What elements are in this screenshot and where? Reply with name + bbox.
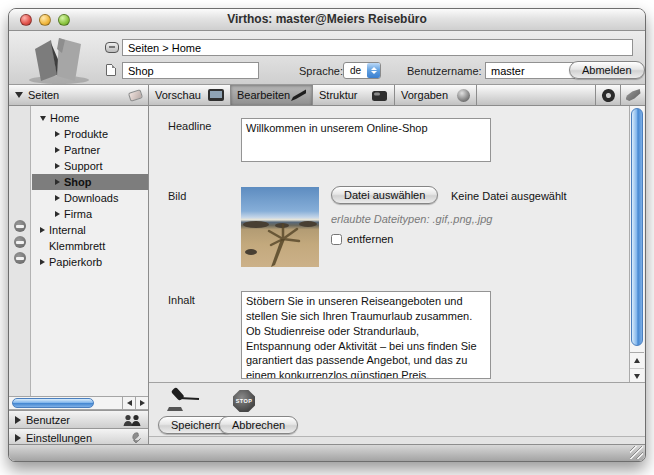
headline-label: Headline bbox=[168, 120, 211, 132]
brush-icon bbox=[290, 88, 306, 102]
tabbar-spacer bbox=[477, 85, 595, 105]
package-icon bbox=[371, 89, 388, 102]
disclosure-triangle-icon[interactable] bbox=[55, 179, 60, 185]
page-icon bbox=[106, 64, 116, 76]
palm-shadow bbox=[241, 187, 319, 267]
disclosure-triangle-icon bbox=[15, 92, 23, 98]
ring-icon bbox=[600, 87, 616, 103]
sidebar: Home Produkte Partner Support Shop bbox=[9, 106, 149, 446]
tree-item-partner[interactable]: Partner bbox=[32, 142, 148, 158]
language-select[interactable]: de bbox=[343, 62, 381, 79]
username-label: Benutzername: bbox=[407, 65, 482, 77]
no-access-icon bbox=[14, 236, 26, 248]
disclosure-triangle-icon[interactable] bbox=[40, 227, 45, 233]
scroll-right-button[interactable] bbox=[135, 397, 148, 409]
content-label: Inhalt bbox=[168, 294, 195, 306]
language-label: Sprache: bbox=[299, 65, 343, 77]
tree-item-downloads[interactable]: Downloads bbox=[32, 190, 148, 206]
titlebar: Virthos: master@Meiers Reisebüro bbox=[9, 9, 645, 31]
content-vertical-scrollbar[interactable] bbox=[629, 106, 644, 382]
scroll-down-button[interactable] bbox=[630, 368, 644, 383]
disclosure-triangle-icon[interactable] bbox=[40, 116, 46, 121]
sidebar-gutter bbox=[9, 106, 31, 396]
stop-icon: STOP bbox=[233, 390, 255, 412]
remove-checkbox[interactable] bbox=[331, 234, 342, 245]
edit-form: Headline Willkommen in unserem Online-Sh… bbox=[149, 106, 645, 382]
disclosure-triangle-icon[interactable] bbox=[55, 163, 60, 169]
eraser-icon[interactable] bbox=[128, 89, 143, 102]
close-button[interactable] bbox=[20, 14, 32, 26]
minimize-button[interactable] bbox=[39, 14, 51, 26]
tab-vorgaben[interactable]: Vorgaben bbox=[395, 85, 477, 105]
tab-vorschau[interactable]: Vorschau bbox=[149, 85, 231, 105]
headline-field[interactable]: Willkommen in unserem Online-Shop bbox=[241, 118, 491, 162]
sidebar-horizontal-scrollbar[interactable] bbox=[9, 396, 148, 410]
page-name-field[interactable] bbox=[122, 62, 259, 79]
image-label: Bild bbox=[168, 190, 186, 202]
window-title: Virthos: master@Meiers Reisebüro bbox=[9, 9, 645, 30]
zoom-button[interactable] bbox=[58, 14, 70, 26]
folder-icon bbox=[105, 42, 119, 53]
tab-struktur[interactable]: Struktur bbox=[313, 85, 395, 105]
tree-item-firma[interactable]: Firma bbox=[32, 206, 148, 222]
file-status-text: Keine Datei ausgewählt bbox=[451, 190, 567, 202]
header: Sprache: de Benutzername: Abmelden bbox=[9, 31, 645, 85]
disclosure-triangle-icon[interactable] bbox=[55, 131, 60, 137]
panel-benutzer[interactable]: Benutzer bbox=[9, 410, 148, 428]
page-tree: Home Produkte Partner Support Shop bbox=[32, 110, 148, 270]
breadcrumb-field[interactable] bbox=[122, 39, 633, 56]
tree-item-internal[interactable]: Internal bbox=[32, 222, 148, 238]
stepper-icon bbox=[367, 63, 380, 78]
content-field[interactable]: Stöbern Sie in unseren Reiseangeboten un… bbox=[241, 291, 491, 379]
sphere-icon bbox=[457, 89, 470, 102]
help-ring-button[interactable] bbox=[595, 85, 620, 105]
scrollbar-thumb[interactable] bbox=[12, 398, 94, 408]
tree-item-produkte[interactable]: Produkte bbox=[32, 126, 148, 142]
username-field[interactable] bbox=[485, 62, 575, 79]
tab-bearbeiten[interactable]: Bearbeiten bbox=[231, 85, 313, 105]
disclosure-triangle-icon bbox=[15, 434, 21, 442]
hand-button[interactable] bbox=[620, 85, 645, 105]
no-access-icon bbox=[14, 252, 26, 264]
tree-item-shop[interactable]: Shop bbox=[32, 174, 148, 190]
hand-icon bbox=[626, 89, 641, 101]
resize-grip-icon[interactable] bbox=[630, 446, 643, 459]
monitor-icon bbox=[208, 89, 224, 101]
disclosure-triangle-icon[interactable] bbox=[55, 147, 60, 153]
wrench-icon bbox=[126, 431, 142, 445]
tree-item-klemmbrett[interactable]: Klemmbrett bbox=[32, 238, 148, 254]
scroll-up-button[interactable] bbox=[630, 353, 644, 368]
virthos-logo-icon bbox=[21, 33, 103, 85]
gavel-icon bbox=[165, 387, 203, 415]
tree-item-home[interactable]: Home bbox=[32, 110, 148, 126]
logout-button[interactable]: Abmelden bbox=[569, 61, 645, 79]
allowed-filetypes-text: erlaubte Dateitypen: .gif,.png,.jpg bbox=[331, 213, 492, 225]
no-access-icon bbox=[14, 220, 26, 232]
disclosure-triangle-icon[interactable] bbox=[55, 195, 60, 201]
disclosure-triangle-icon bbox=[15, 416, 21, 424]
disclosure-triangle-icon[interactable] bbox=[55, 211, 60, 217]
scroll-left-button[interactable] bbox=[122, 397, 135, 409]
disclosure-triangle-icon[interactable] bbox=[40, 259, 45, 265]
choose-file-button[interactable]: Datei auswählen bbox=[331, 186, 438, 204]
beach-photo-thumbnail bbox=[241, 187, 319, 267]
app-window: Virthos: master@Meiers Reisebüro Sprache… bbox=[8, 8, 646, 462]
tree-item-papierkorb[interactable]: Papierkorb bbox=[32, 254, 148, 270]
scrollbar-thumb[interactable] bbox=[631, 108, 643, 346]
window-bottom-bar bbox=[9, 444, 645, 461]
action-bar: STOP Speichern Abbrechen bbox=[149, 382, 645, 436]
sidebar-header-seiten[interactable]: Seiten bbox=[9, 85, 149, 105]
users-icon bbox=[122, 414, 142, 426]
remove-label: entfernen bbox=[347, 233, 393, 245]
tab-bar: Seiten Vorschau Bearbeiten Struktur Vorg… bbox=[9, 85, 645, 106]
content-area: Headline Willkommen in unserem Online-Sh… bbox=[149, 106, 645, 446]
cancel-button[interactable]: Abbrechen bbox=[219, 416, 298, 434]
tree-item-support[interactable]: Support bbox=[32, 158, 148, 174]
